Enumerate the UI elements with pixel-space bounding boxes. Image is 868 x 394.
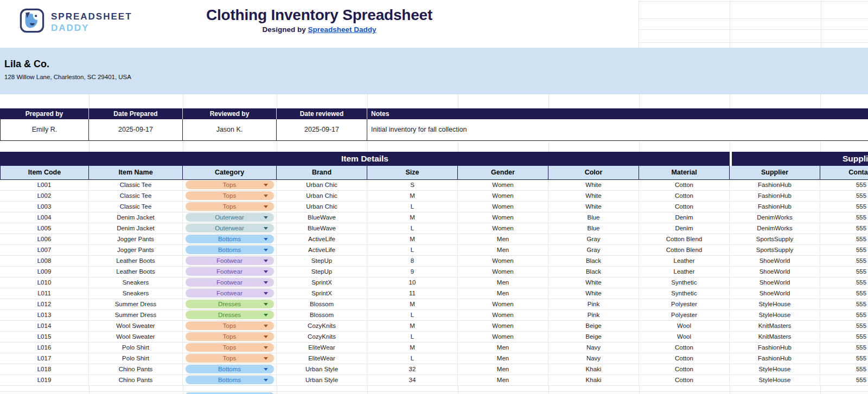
cell-brand[interactable]: SprintX xyxy=(277,288,367,299)
cell-contact[interactable]: 555 xyxy=(820,332,868,342)
cell-size[interactable]: M xyxy=(367,343,458,353)
cell-item-code[interactable]: L004 xyxy=(0,212,89,223)
cell-material[interactable]: Cotton xyxy=(639,202,730,212)
cell-material[interactable]: Cotton xyxy=(639,375,730,385)
cell-supplier[interactable]: FashionHub xyxy=(730,191,820,201)
cell-item-name[interactable]: Sneakers xyxy=(89,288,183,299)
cell-material[interactable]: Leather xyxy=(639,267,730,277)
cell-color[interactable]: Blue xyxy=(548,212,639,223)
cell-size[interactable]: L xyxy=(367,202,458,212)
category-dropdown[interactable]: Footwear xyxy=(186,256,274,265)
cell-item-code[interactable]: L008 xyxy=(0,256,89,266)
cell-size[interactable]: L xyxy=(367,310,458,320)
cell-brand[interactable]: StepUp xyxy=(277,256,367,266)
cell-item-code[interactable]: L012 xyxy=(0,299,89,309)
category-dropdown[interactable]: Footwear xyxy=(186,289,274,298)
cell-brand[interactable]: ActiveLife xyxy=(277,245,367,255)
cell-contact[interactable]: 555 xyxy=(820,321,868,331)
cell-size[interactable]: 32 xyxy=(367,364,458,374)
spreadsheet-daddy-link[interactable]: Spreadsheet Daddy xyxy=(308,25,376,34)
cell-category[interactable]: Footwear xyxy=(183,288,277,299)
cell-size[interactable]: M xyxy=(367,212,458,223)
cell-supplier[interactable]: FashionHub xyxy=(730,343,820,353)
cell-brand[interactable]: EliteWear xyxy=(277,353,367,364)
cell-color[interactable]: Pink xyxy=(548,310,639,320)
cell-size[interactable]: L xyxy=(367,245,458,255)
cell-supplier[interactable]: ShoeWorld xyxy=(730,267,820,277)
cell-category[interactable]: Tops xyxy=(183,202,277,212)
category-dropdown[interactable]: Tops xyxy=(186,202,274,211)
category-dropdown[interactable]: Dresses xyxy=(186,311,274,319)
cell-material[interactable]: Leather xyxy=(639,256,730,266)
category-dropdown[interactable]: Tops xyxy=(186,343,274,352)
cell-size[interactable]: M xyxy=(367,299,458,309)
cell-item-name[interactable]: Chino Pants xyxy=(89,375,183,385)
cell-material[interactable]: Polyester xyxy=(639,310,730,320)
cell-contact[interactable]: 555 xyxy=(820,375,868,385)
category-dropdown[interactable]: Outerwear xyxy=(186,224,274,232)
cell-size[interactable]: 34 xyxy=(367,375,458,385)
cell-size[interactable]: M xyxy=(367,321,458,331)
cell-material[interactable]: Synthetic xyxy=(639,288,730,299)
cell-item-code[interactable]: L018 xyxy=(0,364,89,374)
cell-prepared-by[interactable]: Emily R. xyxy=(1,119,89,140)
cell-gender[interactable]: Women xyxy=(458,299,548,309)
cell-material[interactable]: Cotton xyxy=(639,364,730,374)
cell-color[interactable]: Blue xyxy=(548,223,639,234)
cell-category[interactable]: Dresses xyxy=(183,310,277,320)
cell-material[interactable]: Cotton Blend xyxy=(639,234,730,244)
cell-category[interactable]: Dresses xyxy=(183,299,277,309)
cell-item-name[interactable]: Jogger Pants xyxy=(89,234,183,244)
cell-material[interactable]: Cotton Blend xyxy=(639,245,730,255)
cell-color[interactable]: Gray xyxy=(548,245,639,255)
cell-supplier[interactable]: StyleHouse xyxy=(730,364,820,374)
cell-contact[interactable]: 555 xyxy=(820,245,868,255)
cell-category[interactable]: Tops xyxy=(183,343,277,353)
cell-size[interactable]: 11 xyxy=(367,288,458,299)
cell-category[interactable]: Outerwear xyxy=(183,212,277,223)
cell-supplier[interactable]: StyleHouse xyxy=(730,310,820,320)
cell-contact[interactable]: 555 xyxy=(820,256,868,266)
cell-brand[interactable]: Urban Style xyxy=(277,364,367,374)
cell-size[interactable]: M xyxy=(367,191,458,201)
cell-color[interactable]: Navy xyxy=(548,353,639,364)
cell-gender[interactable]: Men xyxy=(458,353,548,364)
cell-item-name[interactable]: Chino Pants xyxy=(89,364,183,374)
cell-contact[interactable]: 555 xyxy=(820,191,868,201)
cell-contact[interactable]: 555 xyxy=(820,223,868,234)
cell-item-name[interactable]: Denim Jacket xyxy=(89,212,183,223)
cell-brand[interactable]: SprintX xyxy=(277,277,367,288)
cell-item-code[interactable]: L002 xyxy=(0,191,89,201)
category-dropdown[interactable]: Bottoms xyxy=(186,246,274,254)
cell-contact[interactable]: 555 xyxy=(820,267,868,277)
cell-gender[interactable]: Women xyxy=(458,267,548,277)
cell-date-prepared[interactable]: 2025-09-17 xyxy=(89,119,183,140)
category-dropdown[interactable]: Bottoms xyxy=(186,376,274,384)
cell-contact[interactable]: 555 xyxy=(820,310,868,320)
cell-item-name[interactable]: Summer Dress xyxy=(89,310,183,320)
cell-brand[interactable]: CozyKnits xyxy=(277,332,367,342)
category-dropdown[interactable]: Footwear xyxy=(186,278,274,287)
cell-item-name[interactable]: Denim Jacket xyxy=(89,223,183,234)
cell-material[interactable]: Wool xyxy=(639,321,730,331)
cell-contact[interactable]: 555 xyxy=(820,364,868,374)
cell-contact[interactable]: 555 xyxy=(820,180,868,190)
cell-material[interactable]: Cotton xyxy=(639,180,730,190)
cell-item-name[interactable]: Jogger Pants xyxy=(89,245,183,255)
cell-gender[interactable]: Women xyxy=(458,256,548,266)
cell-category[interactable]: Tops xyxy=(183,332,277,342)
cell-item-code[interactable]: L001 xyxy=(0,180,89,190)
cell-contact[interactable]: 555 xyxy=(820,202,868,212)
category-dropdown[interactable]: Bottoms xyxy=(186,235,274,243)
cell-brand[interactable]: Urban Style xyxy=(277,375,367,385)
cell-supplier[interactable]: ShoeWorld xyxy=(730,277,820,288)
cell-notes[interactable]: Initial inventory for fall collection xyxy=(367,119,868,140)
cell-supplier[interactable]: ShoeWorld xyxy=(730,256,820,266)
category-dropdown[interactable]: Tops xyxy=(186,180,274,189)
cell-category[interactable]: Footwear xyxy=(183,277,277,288)
cell-item-code[interactable]: L019 xyxy=(0,375,89,385)
cell-gender[interactable]: Men xyxy=(458,375,548,385)
cell-color[interactable]: Beige xyxy=(548,332,639,342)
cell-item-name[interactable]: Leather Boots xyxy=(89,267,183,277)
cell-supplier[interactable]: DenimWorks xyxy=(730,212,820,223)
